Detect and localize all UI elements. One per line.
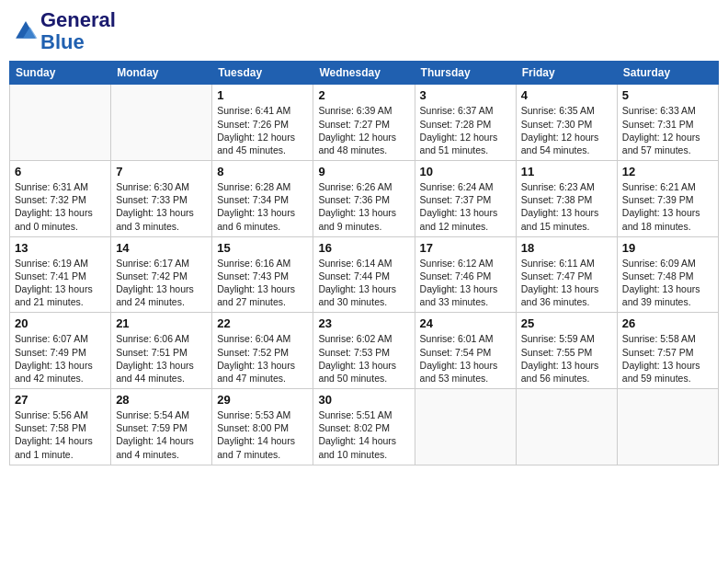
day-number: 25 bbox=[521, 316, 612, 330]
day-detail: Sunrise: 6:17 AM Sunset: 7:42 PM Dayligh… bbox=[116, 257, 207, 309]
day-number: 13 bbox=[15, 241, 106, 255]
week-row-4: 27Sunrise: 5:56 AM Sunset: 7:58 PM Dayli… bbox=[10, 389, 719, 465]
day-detail: Sunrise: 5:54 AM Sunset: 7:59 PM Dayligh… bbox=[116, 408, 207, 461]
weekday-thursday: Thursday bbox=[415, 62, 516, 85]
day-detail: Sunrise: 6:14 AM Sunset: 7:44 PM Dayligh… bbox=[318, 257, 409, 309]
day-number: 7 bbox=[116, 165, 207, 178]
day-number: 5 bbox=[622, 88, 713, 102]
day-detail: Sunrise: 6:02 AM Sunset: 7:53 PM Dayligh… bbox=[318, 332, 409, 385]
day-number: 17 bbox=[420, 241, 511, 255]
day-number: 24 bbox=[420, 316, 511, 330]
day-detail: Sunrise: 6:39 AM Sunset: 7:27 PM Dayligh… bbox=[318, 104, 409, 156]
day-number: 21 bbox=[116, 316, 207, 330]
day-cell: 30Sunrise: 5:51 AM Sunset: 8:02 PM Dayli… bbox=[313, 389, 415, 465]
page-header: General Blue bbox=[9, 9, 719, 53]
day-detail: Sunrise: 6:23 AM Sunset: 7:38 PM Dayligh… bbox=[521, 180, 612, 233]
day-detail: Sunrise: 6:06 AM Sunset: 7:51 PM Dayligh… bbox=[116, 332, 207, 385]
day-number: 16 bbox=[318, 241, 409, 255]
day-detail: Sunrise: 6:35 AM Sunset: 7:30 PM Dayligh… bbox=[521, 104, 612, 156]
week-row-3: 20Sunrise: 6:07 AM Sunset: 7:49 PM Dayli… bbox=[10, 313, 719, 389]
logo: General Blue bbox=[13, 9, 116, 53]
day-number: 6 bbox=[15, 165, 106, 178]
day-detail: Sunrise: 6:07 AM Sunset: 7:49 PM Dayligh… bbox=[15, 332, 106, 385]
day-cell bbox=[516, 389, 617, 465]
calendar-table: SundayMondayTuesdayWednesdayThursdayFrid… bbox=[9, 61, 719, 465]
day-number: 29 bbox=[217, 393, 308, 407]
day-cell bbox=[617, 389, 718, 465]
day-cell bbox=[10, 85, 111, 161]
day-detail: Sunrise: 6:37 AM Sunset: 7:28 PM Dayligh… bbox=[420, 104, 511, 156]
day-detail: Sunrise: 6:09 AM Sunset: 7:48 PM Dayligh… bbox=[622, 257, 713, 309]
day-cell: 15Sunrise: 6:16 AM Sunset: 7:43 PM Dayli… bbox=[212, 236, 313, 313]
calendar-body: 1Sunrise: 6:41 AM Sunset: 7:26 PM Daylig… bbox=[10, 85, 719, 465]
weekday-monday: Monday bbox=[111, 62, 212, 85]
day-cell: 1Sunrise: 6:41 AM Sunset: 7:26 PM Daylig… bbox=[212, 85, 313, 161]
day-detail: Sunrise: 6:12 AM Sunset: 7:46 PM Dayligh… bbox=[420, 257, 511, 309]
day-cell: 7Sunrise: 6:30 AM Sunset: 7:33 PM Daylig… bbox=[111, 161, 212, 237]
day-cell: 19Sunrise: 6:09 AM Sunset: 7:48 PM Dayli… bbox=[617, 236, 718, 313]
weekday-tuesday: Tuesday bbox=[212, 62, 313, 85]
day-cell: 25Sunrise: 5:59 AM Sunset: 7:55 PM Dayli… bbox=[516, 313, 617, 389]
day-detail: Sunrise: 6:24 AM Sunset: 7:37 PM Dayligh… bbox=[420, 180, 511, 233]
day-number: 4 bbox=[521, 88, 612, 102]
weekday-header-row: SundayMondayTuesdayWednesdayThursdayFrid… bbox=[10, 62, 719, 85]
day-cell: 9Sunrise: 6:26 AM Sunset: 7:36 PM Daylig… bbox=[313, 161, 415, 237]
day-cell: 12Sunrise: 6:21 AM Sunset: 7:39 PM Dayli… bbox=[617, 161, 718, 237]
day-cell: 11Sunrise: 6:23 AM Sunset: 7:38 PM Dayli… bbox=[516, 161, 617, 237]
day-cell: 5Sunrise: 6:33 AM Sunset: 7:31 PM Daylig… bbox=[617, 85, 718, 161]
weekday-friday: Friday bbox=[516, 62, 617, 85]
day-number: 26 bbox=[622, 316, 713, 330]
day-detail: Sunrise: 5:53 AM Sunset: 8:00 PM Dayligh… bbox=[217, 408, 308, 461]
day-detail: Sunrise: 6:21 AM Sunset: 7:39 PM Dayligh… bbox=[622, 180, 713, 233]
day-number: 28 bbox=[116, 393, 207, 407]
logo-icon bbox=[13, 18, 39, 44]
day-number: 19 bbox=[622, 241, 713, 255]
week-row-2: 13Sunrise: 6:19 AM Sunset: 7:41 PM Dayli… bbox=[10, 236, 719, 313]
day-detail: Sunrise: 5:51 AM Sunset: 8:02 PM Dayligh… bbox=[318, 408, 409, 461]
day-detail: Sunrise: 6:26 AM Sunset: 7:36 PM Dayligh… bbox=[318, 180, 409, 233]
day-cell: 28Sunrise: 5:54 AM Sunset: 7:59 PM Dayli… bbox=[111, 389, 212, 465]
day-detail: Sunrise: 6:28 AM Sunset: 7:34 PM Dayligh… bbox=[217, 180, 308, 233]
day-detail: Sunrise: 6:01 AM Sunset: 7:54 PM Dayligh… bbox=[420, 332, 511, 385]
day-number: 1 bbox=[217, 88, 308, 102]
day-cell: 24Sunrise: 6:01 AM Sunset: 7:54 PM Dayli… bbox=[415, 313, 516, 389]
day-cell: 2Sunrise: 6:39 AM Sunset: 7:27 PM Daylig… bbox=[313, 85, 415, 161]
day-number: 3 bbox=[420, 88, 511, 102]
day-cell: 14Sunrise: 6:17 AM Sunset: 7:42 PM Dayli… bbox=[111, 236, 212, 313]
week-row-0: 1Sunrise: 6:41 AM Sunset: 7:26 PM Daylig… bbox=[10, 85, 719, 161]
day-number: 18 bbox=[521, 241, 612, 255]
day-detail: Sunrise: 5:59 AM Sunset: 7:55 PM Dayligh… bbox=[521, 332, 612, 385]
day-cell: 17Sunrise: 6:12 AM Sunset: 7:46 PM Dayli… bbox=[415, 236, 516, 313]
day-cell: 22Sunrise: 6:04 AM Sunset: 7:52 PM Dayli… bbox=[212, 313, 313, 389]
day-cell: 4Sunrise: 6:35 AM Sunset: 7:30 PM Daylig… bbox=[516, 85, 617, 161]
day-number: 27 bbox=[15, 393, 106, 407]
day-detail: Sunrise: 6:19 AM Sunset: 7:41 PM Dayligh… bbox=[15, 257, 106, 309]
day-number: 20 bbox=[15, 316, 106, 330]
day-detail: Sunrise: 6:04 AM Sunset: 7:52 PM Dayligh… bbox=[217, 332, 308, 385]
day-number: 11 bbox=[521, 165, 612, 178]
day-number: 9 bbox=[318, 165, 409, 178]
day-cell bbox=[415, 389, 516, 465]
day-cell: 6Sunrise: 6:31 AM Sunset: 7:32 PM Daylig… bbox=[10, 161, 111, 237]
day-cell: 18Sunrise: 6:11 AM Sunset: 7:47 PM Dayli… bbox=[516, 236, 617, 313]
day-number: 30 bbox=[318, 393, 409, 407]
logo-line1: General bbox=[40, 9, 116, 31]
day-number: 2 bbox=[318, 88, 409, 102]
day-cell: 21Sunrise: 6:06 AM Sunset: 7:51 PM Dayli… bbox=[111, 313, 212, 389]
day-detail: Sunrise: 6:33 AM Sunset: 7:31 PM Dayligh… bbox=[622, 104, 713, 156]
day-cell: 26Sunrise: 5:58 AM Sunset: 7:57 PM Dayli… bbox=[617, 313, 718, 389]
day-number: 22 bbox=[217, 316, 308, 330]
logo-text: General Blue bbox=[40, 9, 116, 53]
day-cell: 16Sunrise: 6:14 AM Sunset: 7:44 PM Dayli… bbox=[313, 236, 415, 313]
day-number: 12 bbox=[622, 165, 713, 178]
day-cell: 8Sunrise: 6:28 AM Sunset: 7:34 PM Daylig… bbox=[212, 161, 313, 237]
day-cell bbox=[111, 85, 212, 161]
day-number: 15 bbox=[217, 241, 308, 255]
day-number: 10 bbox=[420, 165, 511, 178]
day-number: 8 bbox=[217, 165, 308, 178]
logo-line2: Blue bbox=[40, 31, 116, 53]
day-cell: 23Sunrise: 6:02 AM Sunset: 7:53 PM Dayli… bbox=[313, 313, 415, 389]
day-detail: Sunrise: 6:31 AM Sunset: 7:32 PM Dayligh… bbox=[15, 180, 106, 233]
day-number: 14 bbox=[116, 241, 207, 255]
day-detail: Sunrise: 5:58 AM Sunset: 7:57 PM Dayligh… bbox=[622, 332, 713, 385]
